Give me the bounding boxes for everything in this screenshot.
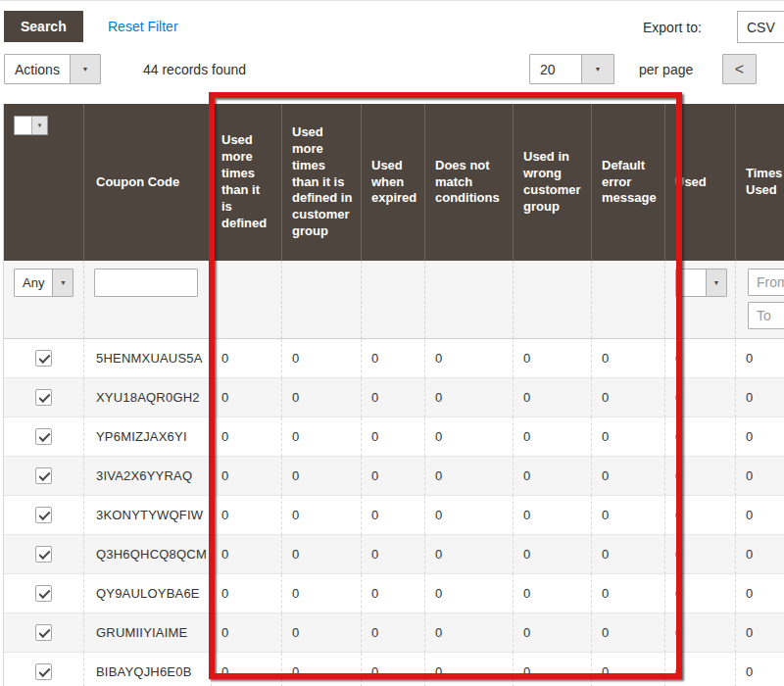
row-checkbox[interactable]: [35, 663, 52, 680]
metric-cell: 0: [736, 378, 784, 417]
caret-down-icon[interactable]: ▼: [52, 270, 73, 296]
column-header-times-used[interactable]: Times Used: [736, 104, 784, 261]
row-select-cell: [4, 339, 84, 378]
column-header-used-in-wrong-customer-group[interactable]: Used in wrong customer group: [514, 104, 592, 261]
search-button[interactable]: Search: [4, 11, 83, 42]
row-checkbox[interactable]: [35, 546, 52, 563]
column-header-used-more-times[interactable]: Used more times than it is defined: [212, 104, 282, 261]
metric-cell: 0: [362, 496, 425, 535]
metric-cell: 0: [212, 653, 282, 686]
coupon-code-cell: XYU18AQR0GH2: [84, 378, 212, 417]
metric-cell: 0: [212, 496, 282, 535]
select-all-dropdown[interactable]: ▼: [14, 116, 48, 135]
per-page-label: per page: [639, 62, 693, 77]
filter-cell-empty: [592, 261, 665, 339]
metric-cell: 0: [592, 574, 665, 613]
table-row: GRUMIIYIAIME00000000: [4, 613, 784, 653]
metric-cell: 0: [425, 535, 514, 574]
column-header-used-more-times-customer-group[interactable]: Used more times than it is defined in cu…: [282, 104, 362, 261]
coupon-code-cell: QY9AULOYBA6E: [84, 574, 212, 613]
table-row: BIBAYQJH6E0B00000000: [4, 653, 784, 686]
export-to-label: Export to:: [643, 20, 702, 35]
row-select-cell: [4, 613, 84, 653]
metric-cell: 0: [282, 574, 362, 613]
metric-cell: 0: [282, 653, 362, 686]
metric-cell: 0: [592, 653, 665, 686]
metric-cell: 0: [514, 613, 592, 653]
metric-cell: 0: [665, 535, 736, 574]
metric-cell: 0: [425, 496, 514, 535]
column-header-used-when-expired[interactable]: Used when expired: [362, 104, 425, 261]
used-filter-dropdown[interactable]: ▼: [675, 269, 727, 297]
metric-cell: 0: [362, 535, 425, 574]
filter-cell-empty: [362, 261, 425, 339]
coupon-code-cell: 3KONYTYWQFIW: [84, 496, 212, 535]
row-checkbox[interactable]: [35, 624, 52, 641]
metric-cell: 0: [736, 339, 784, 378]
filter-cell-select: Any ▼: [4, 261, 84, 339]
metric-cell: 0: [592, 417, 665, 457]
filter-cell-empty: [425, 261, 514, 339]
caret-down-icon[interactable]: ▼: [581, 55, 613, 83]
caret-down-icon[interactable]: ▼: [706, 270, 726, 296]
export-format-select[interactable]: CSV: [737, 11, 784, 43]
page-size-select[interactable]: 20 ▼: [529, 54, 614, 84]
metric-cell: 0: [425, 417, 514, 457]
row-checkbox[interactable]: [35, 585, 52, 602]
reset-filter-link[interactable]: Reset Filter: [108, 19, 178, 34]
row-checkbox[interactable]: [35, 389, 52, 406]
column-header-default-error-message[interactable]: Default error message: [592, 104, 665, 261]
coupon-grid-page: Search Reset Filter Export to: CSV Actio…: [0, 0, 784, 686]
times-used-from-input[interactable]: [748, 269, 784, 296]
export-format-value: CSV: [747, 20, 775, 35]
row-checkbox[interactable]: [35, 350, 52, 367]
metric-cell: 0: [425, 378, 514, 417]
column-header-coupon-code[interactable]: Coupon Code: [84, 104, 212, 261]
coupon-code-filter-input[interactable]: [94, 269, 198, 297]
metric-cell: 0: [282, 535, 362, 574]
metric-cell: 0: [212, 417, 282, 457]
column-header-used[interactable]: Used: [665, 104, 736, 261]
row-checkbox[interactable]: [35, 467, 52, 484]
metric-cell: 0: [514, 457, 592, 496]
row-checkbox[interactable]: [35, 428, 52, 445]
select-all-checkbox[interactable]: [15, 117, 31, 134]
coupon-code-cell: BIBAYQJH6E0B: [84, 653, 212, 686]
metric-cell: 0: [425, 574, 514, 613]
select-all-header-cell: ▼: [4, 104, 84, 261]
row-select-cell: [4, 417, 84, 457]
previous-page-button[interactable]: <: [722, 54, 757, 84]
filter-cell-empty: [514, 261, 592, 339]
metric-cell: 0: [665, 339, 736, 378]
metric-cell: 0: [212, 574, 282, 613]
metric-cell: 0: [736, 535, 784, 574]
times-used-to-input[interactable]: [748, 302, 784, 329]
coupon-table: ▼ Coupon Code Used more times than it is…: [3, 104, 784, 686]
filter-cell-used: ▼: [665, 261, 736, 339]
metric-cell: 0: [282, 339, 362, 378]
caret-down-icon[interactable]: ▼: [31, 117, 47, 134]
metric-cell: 0: [736, 496, 784, 535]
caret-down-icon[interactable]: ▼: [70, 55, 100, 83]
any-filter-dropdown[interactable]: Any ▼: [14, 269, 74, 297]
metric-cell: 0: [362, 378, 425, 417]
row-checkbox[interactable]: [35, 507, 52, 523]
filter-cell-coupon-code: [84, 261, 212, 339]
metric-cell: 0: [592, 535, 665, 574]
metric-cell: 0: [665, 457, 736, 496]
filter-cell-times-used: [736, 261, 784, 339]
metric-cell: 0: [514, 535, 592, 574]
metric-cell: 0: [665, 653, 736, 686]
column-header-does-not-match-conditions[interactable]: Does not match conditions: [425, 104, 514, 261]
coupon-code-cell: GRUMIIYIAIME: [84, 613, 212, 653]
row-select-cell: [4, 496, 84, 535]
actions-label: Actions: [5, 55, 70, 83]
actions-dropdown[interactable]: Actions ▼: [4, 54, 101, 84]
table-row: XYU18AQR0GH200000000: [4, 378, 784, 417]
metric-cell: 0: [425, 457, 514, 496]
metric-cell: 0: [362, 613, 425, 653]
metric-cell: 0: [362, 653, 425, 686]
metric-cell: 0: [282, 613, 362, 653]
metric-cell: 0: [514, 574, 592, 613]
metric-cell: 0: [736, 653, 784, 686]
